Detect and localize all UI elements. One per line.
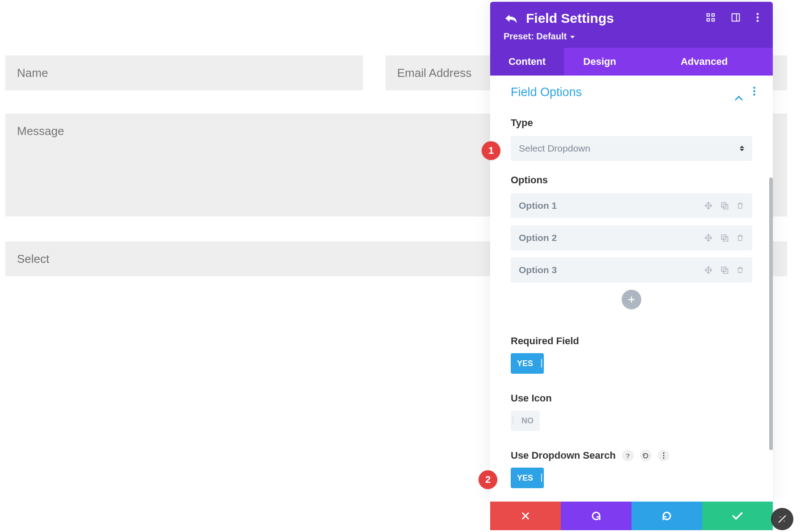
required-field-label: Required Field xyxy=(511,335,752,347)
toggle-value: YES xyxy=(511,359,539,368)
option-more-icon[interactable] xyxy=(658,450,669,461)
option-label: Option 3 xyxy=(519,265,704,275)
panel-header: Field Settings Preset: Default xyxy=(490,2,773,48)
svg-point-9 xyxy=(753,86,755,89)
option-actions xyxy=(704,266,744,274)
save-button[interactable] xyxy=(702,502,773,530)
preset-selector[interactable]: Preset: Default xyxy=(504,31,759,42)
toggle-value: NO xyxy=(515,416,540,426)
section-more-icon[interactable] xyxy=(753,86,756,99)
expand-icon[interactable] xyxy=(706,13,716,24)
undo-button[interactable] xyxy=(561,502,631,530)
cancel-button[interactable] xyxy=(490,502,561,530)
use-icon-label: Use Icon xyxy=(511,393,752,404)
svg-point-11 xyxy=(753,93,755,96)
option-label: Option 2 xyxy=(519,232,704,243)
move-icon[interactable] xyxy=(704,266,713,274)
options-label: Options xyxy=(511,174,752,186)
panel-footer xyxy=(490,502,773,530)
back-icon[interactable] xyxy=(504,12,518,25)
tab-content[interactable]: Content xyxy=(490,48,564,76)
reset-icon[interactable] xyxy=(640,450,652,461)
option-row[interactable]: Option 3 xyxy=(511,258,752,283)
panel-tabs: Content Design Advanced xyxy=(490,48,773,76)
option-actions xyxy=(704,201,744,210)
type-select[interactable]: Select Dropdown xyxy=(511,136,752,161)
use-dropdown-search-toggle[interactable]: YES xyxy=(511,468,544,488)
svg-point-18 xyxy=(663,452,664,454)
step-marker-2: 2 xyxy=(479,470,497,489)
option-label: Option 1 xyxy=(519,200,704,211)
svg-rect-12 xyxy=(721,203,726,207)
option-row[interactable]: Option 1 xyxy=(511,193,752,218)
use-dropdown-search-group: Use Dropdown Search ? YES xyxy=(511,450,752,502)
panel-body: Field Options Type Select Dropdown Optio… xyxy=(490,76,773,502)
delete-icon[interactable] xyxy=(736,266,744,274)
name-input[interactable] xyxy=(5,55,363,90)
caret-down-icon xyxy=(570,36,575,38)
section-content: Type Select Dropdown Options Option 1 Op… xyxy=(490,104,773,502)
panel-header-top: Field Settings xyxy=(504,11,759,26)
option-actions xyxy=(704,233,744,242)
use-dropdown-search-label: Use Dropdown Search ? xyxy=(511,450,752,461)
delete-icon[interactable] xyxy=(736,201,744,210)
svg-point-10 xyxy=(753,90,755,92)
use-icon-toggle[interactable]: NO xyxy=(511,410,540,431)
redo-button[interactable] xyxy=(631,502,702,530)
svg-rect-0 xyxy=(707,14,710,17)
required-field-toggle[interactable]: YES xyxy=(511,353,544,374)
section-title: Field Options xyxy=(511,85,582,99)
move-icon[interactable] xyxy=(704,201,713,210)
tab-design[interactable]: Design xyxy=(564,48,636,76)
svg-point-8 xyxy=(757,20,759,22)
panel-title: Field Settings xyxy=(526,11,706,26)
section-header[interactable]: Field Options xyxy=(490,76,773,104)
panel-scrollbar[interactable] xyxy=(769,177,773,450)
preset-label: Preset: Default xyxy=(504,31,567,42)
resize-handle[interactable] xyxy=(771,508,793,530)
add-option-button[interactable] xyxy=(622,290,641,309)
chevron-up-icon[interactable] xyxy=(735,90,743,95)
help-icon[interactable]: ? xyxy=(622,450,634,461)
type-label: Type xyxy=(511,117,752,129)
svg-rect-1 xyxy=(712,14,715,17)
field-settings-panel: Field Settings Preset: Default Content D… xyxy=(490,2,773,502)
svg-point-6 xyxy=(757,13,759,15)
option-row[interactable]: Option 2 xyxy=(511,225,752,250)
svg-point-7 xyxy=(757,17,759,19)
type-value: Select Dropdown xyxy=(519,143,590,154)
step-marker-1: 1 xyxy=(482,141,500,160)
duplicate-icon[interactable] xyxy=(720,233,729,242)
svg-rect-3 xyxy=(712,19,715,21)
more-icon[interactable] xyxy=(756,13,759,24)
duplicate-icon[interactable] xyxy=(720,266,729,274)
duplicate-icon[interactable] xyxy=(720,201,729,210)
move-icon[interactable] xyxy=(704,233,713,242)
toggle-value: YES xyxy=(511,473,539,483)
tab-advanced[interactable]: Advanced xyxy=(636,48,773,76)
layout-icon[interactable] xyxy=(731,13,741,24)
svg-point-19 xyxy=(663,455,664,456)
required-field-group: Required Field YES xyxy=(511,335,752,374)
panel-header-icons xyxy=(706,13,759,24)
svg-point-20 xyxy=(663,457,664,459)
svg-rect-4 xyxy=(732,14,740,21)
sort-icon xyxy=(740,146,744,151)
svg-rect-2 xyxy=(707,19,710,21)
use-icon-group: Use Icon NO xyxy=(511,393,752,431)
delete-icon[interactable] xyxy=(736,233,744,242)
